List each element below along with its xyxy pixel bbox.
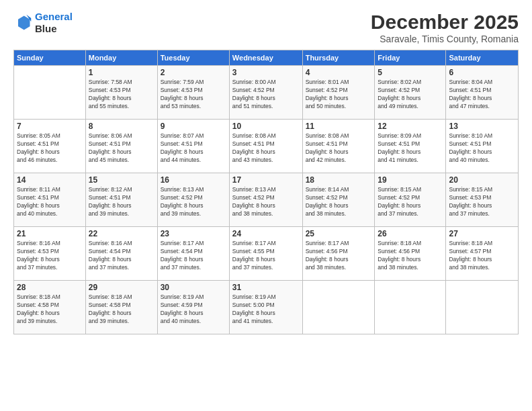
- day-info: Sunrise: 8:04 AMSunset: 4:51 PMDaylight:…: [449, 79, 515, 111]
- day-info: Sunrise: 8:18 AMSunset: 4:58 PMDaylight:…: [17, 293, 83, 326]
- calendar-cell: 5Sunrise: 8:02 AMSunset: 4:52 PMDaylight…: [375, 66, 446, 120]
- col-wednesday: Wednesday: [229, 50, 302, 66]
- calendar-table: Sunday Monday Tuesday Wednesday Thursday…: [13, 50, 519, 334]
- day-number: 22: [89, 229, 154, 238]
- col-thursday: Thursday: [302, 50, 375, 66]
- day-info: Sunrise: 8:19 AMSunset: 4:59 PMDaylight:…: [161, 293, 226, 326]
- calendar-cell: 2Sunrise: 7:59 AMSunset: 4:53 PMDaylight…: [157, 66, 229, 120]
- calendar-cell: 21Sunrise: 8:16 AMSunset: 4:53 PMDayligh…: [14, 227, 86, 281]
- day-number: 10: [232, 122, 300, 131]
- day-number: 23: [161, 229, 226, 238]
- calendar-cell: 18Sunrise: 8:14 AMSunset: 4:52 PMDayligh…: [302, 173, 375, 227]
- day-info: Sunrise: 8:19 AMSunset: 5:00 PMDaylight:…: [232, 293, 300, 326]
- calendar-cell: 1Sunrise: 7:58 AMSunset: 4:53 PMDaylight…: [85, 66, 157, 120]
- day-info: Sunrise: 7:58 AMSunset: 4:53 PMDaylight:…: [89, 79, 154, 111]
- day-info: Sunrise: 8:18 AMSunset: 4:56 PMDaylight:…: [378, 240, 443, 272]
- day-number: 14: [17, 175, 83, 185]
- day-number: 18: [306, 175, 372, 185]
- day-info: Sunrise: 8:12 AMSunset: 4:51 PMDaylight:…: [89, 186, 154, 218]
- calendar-cell: 30Sunrise: 8:19 AMSunset: 4:59 PMDayligh…: [157, 281, 229, 334]
- day-info: Sunrise: 8:18 AMSunset: 4:57 PMDaylight:…: [449, 240, 515, 272]
- day-number: 27: [449, 229, 515, 238]
- day-number: 3: [232, 68, 300, 77]
- day-info: Sunrise: 8:15 AMSunset: 4:52 PMDaylight:…: [378, 186, 443, 218]
- day-number: 2: [161, 68, 226, 77]
- day-info: Sunrise: 8:06 AMSunset: 4:51 PMDaylight:…: [89, 132, 154, 165]
- day-info: Sunrise: 8:15 AMSunset: 4:53 PMDaylight:…: [449, 186, 515, 218]
- day-info: Sunrise: 8:08 AMSunset: 4:51 PMDaylight:…: [306, 132, 372, 165]
- calendar-cell: 15Sunrise: 8:12 AMSunset: 4:51 PMDayligh…: [85, 173, 157, 227]
- day-number: 21: [17, 229, 83, 238]
- day-info: Sunrise: 8:10 AMSunset: 4:51 PMDaylight:…: [449, 132, 515, 165]
- calendar-cell: 25Sunrise: 8:17 AMSunset: 4:56 PMDayligh…: [302, 227, 375, 281]
- calendar-cell: [302, 281, 375, 334]
- day-info: Sunrise: 8:09 AMSunset: 4:51 PMDaylight:…: [378, 132, 443, 165]
- day-number: 20: [449, 175, 515, 185]
- calendar-week-1: 1Sunrise: 7:58 AMSunset: 4:53 PMDaylight…: [14, 66, 519, 120]
- day-info: Sunrise: 8:02 AMSunset: 4:52 PMDaylight:…: [378, 79, 443, 111]
- day-number: 29: [89, 283, 154, 292]
- calendar-cell: [446, 281, 519, 334]
- calendar-cell: 11Sunrise: 8:08 AMSunset: 4:51 PMDayligh…: [302, 120, 375, 173]
- logo-line2: Blue: [35, 23, 73, 35]
- calendar-week-3: 14Sunrise: 8:11 AMSunset: 4:51 PMDayligh…: [14, 173, 519, 227]
- day-number: 12: [378, 122, 443, 131]
- calendar-week-2: 7Sunrise: 8:05 AMSunset: 4:51 PMDaylight…: [14, 120, 519, 173]
- day-info: Sunrise: 8:08 AMSunset: 4:51 PMDaylight:…: [232, 132, 300, 165]
- calendar-cell: [14, 66, 86, 120]
- day-number: 28: [17, 283, 83, 292]
- day-info: Sunrise: 8:01 AMSunset: 4:52 PMDaylight:…: [306, 79, 372, 111]
- day-number: 1: [89, 68, 154, 77]
- day-info: Sunrise: 8:00 AMSunset: 4:52 PMDaylight:…: [232, 79, 300, 111]
- logo-line1: General: [35, 11, 73, 22]
- day-info: Sunrise: 8:17 AMSunset: 4:55 PMDaylight:…: [232, 240, 300, 272]
- day-number: 4: [306, 68, 372, 77]
- calendar-body: 1Sunrise: 7:58 AMSunset: 4:53 PMDaylight…: [14, 66, 519, 334]
- title-block: December 2025 Saravale, Timis County, Ro…: [371, 11, 519, 44]
- col-saturday: Saturday: [446, 50, 519, 66]
- header-row: Sunday Monday Tuesday Wednesday Thursday…: [14, 50, 519, 66]
- calendar-cell: 20Sunrise: 8:15 AMSunset: 4:53 PMDayligh…: [446, 173, 519, 227]
- day-number: 31: [232, 283, 300, 292]
- calendar-cell: 3Sunrise: 8:00 AMSunset: 4:52 PMDaylight…: [229, 66, 302, 120]
- calendar-cell: 26Sunrise: 8:18 AMSunset: 4:56 PMDayligh…: [375, 227, 446, 281]
- day-number: 6: [449, 68, 515, 77]
- calendar-cell: 19Sunrise: 8:15 AMSunset: 4:52 PMDayligh…: [375, 173, 446, 227]
- calendar-cell: 14Sunrise: 8:11 AMSunset: 4:51 PMDayligh…: [14, 173, 86, 227]
- calendar-cell: 16Sunrise: 8:13 AMSunset: 4:52 PMDayligh…: [157, 173, 229, 227]
- calendar-cell: [375, 281, 446, 334]
- day-number: 16: [161, 175, 226, 185]
- day-number: 19: [378, 175, 443, 185]
- day-number: 15: [89, 175, 154, 185]
- header: General Blue December 2025 Saravale, Tim…: [13, 11, 519, 44]
- subtitle: Saravale, Timis County, Romania: [371, 34, 519, 44]
- calendar-cell: 29Sunrise: 8:18 AMSunset: 4:58 PMDayligh…: [85, 281, 157, 334]
- day-info: Sunrise: 8:17 AMSunset: 4:56 PMDaylight:…: [306, 240, 372, 272]
- logo: General Blue: [13, 11, 73, 35]
- calendar-cell: 24Sunrise: 8:17 AMSunset: 4:55 PMDayligh…: [229, 227, 302, 281]
- day-info: Sunrise: 7:59 AMSunset: 4:53 PMDaylight:…: [161, 79, 226, 111]
- day-info: Sunrise: 8:11 AMSunset: 4:51 PMDaylight:…: [17, 186, 83, 218]
- calendar-cell: 13Sunrise: 8:10 AMSunset: 4:51 PMDayligh…: [446, 120, 519, 173]
- day-info: Sunrise: 8:18 AMSunset: 4:58 PMDaylight:…: [89, 293, 154, 326]
- day-info: Sunrise: 8:14 AMSunset: 4:52 PMDaylight:…: [306, 186, 372, 218]
- day-number: 13: [449, 122, 515, 131]
- day-info: Sunrise: 8:07 AMSunset: 4:51 PMDaylight:…: [161, 132, 226, 165]
- col-tuesday: Tuesday: [157, 50, 229, 66]
- day-info: Sunrise: 8:13 AMSunset: 4:52 PMDaylight:…: [161, 186, 226, 218]
- calendar-cell: 31Sunrise: 8:19 AMSunset: 5:00 PMDayligh…: [229, 281, 302, 334]
- calendar-cell: 10Sunrise: 8:08 AMSunset: 4:51 PMDayligh…: [229, 120, 302, 173]
- day-number: 30: [161, 283, 226, 292]
- calendar-cell: 9Sunrise: 8:07 AMSunset: 4:51 PMDaylight…: [157, 120, 229, 173]
- calendar-cell: 28Sunrise: 8:18 AMSunset: 4:58 PMDayligh…: [14, 281, 86, 334]
- calendar-cell: 7Sunrise: 8:05 AMSunset: 4:51 PMDaylight…: [14, 120, 86, 173]
- calendar-cell: 27Sunrise: 8:18 AMSunset: 4:57 PMDayligh…: [446, 227, 519, 281]
- calendar-cell: 4Sunrise: 8:01 AMSunset: 4:52 PMDaylight…: [302, 66, 375, 120]
- day-number: 11: [306, 122, 372, 131]
- col-friday: Friday: [375, 50, 446, 66]
- calendar-cell: 23Sunrise: 8:17 AMSunset: 4:54 PMDayligh…: [157, 227, 229, 281]
- svg-marker-0: [18, 16, 30, 30]
- logo-text: General Blue: [35, 11, 73, 35]
- calendar-cell: 17Sunrise: 8:13 AMSunset: 4:52 PMDayligh…: [229, 173, 302, 227]
- calendar-cell: 8Sunrise: 8:06 AMSunset: 4:51 PMDaylight…: [85, 120, 157, 173]
